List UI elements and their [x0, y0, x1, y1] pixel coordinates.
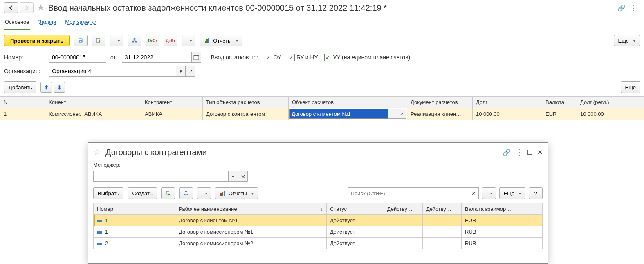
- save-button[interactable]: [74, 35, 88, 46]
- create-button[interactable]: Создать: [128, 187, 157, 199]
- row-marker-icon: [97, 243, 102, 245]
- manager-clear-button[interactable]: ✕: [238, 171, 248, 182]
- move-up-button[interactable]: ⬆: [40, 82, 52, 93]
- popup-print-button[interactable]: [197, 187, 211, 199]
- copy-icon: +: [166, 190, 171, 196]
- move-down-button[interactable]: ⬇: [54, 82, 65, 93]
- table-row[interactable]: 1 Договор с комиссионером №1 Действует R…: [94, 226, 543, 238]
- col-client[interactable]: Клиент: [45, 97, 141, 108]
- search-menu-button[interactable]: [482, 187, 496, 199]
- arrow-up-icon: ⬆: [44, 84, 49, 90]
- svg-rect-6: [134, 38, 136, 40]
- tab-notes[interactable]: Мои заметки: [64, 16, 97, 30]
- balances-by-label: Ввод остатков по:: [211, 54, 258, 61]
- calendar-button[interactable]: [191, 52, 201, 63]
- table-more-button[interactable]: Еще: [621, 81, 640, 93]
- page-title: Ввод начальных остатков задолженности кл…: [48, 3, 387, 13]
- tab-main[interactable]: Основное: [4, 16, 30, 30]
- link-icon[interactable]: 🔗: [617, 4, 626, 12]
- cell-obj[interactable]: … ↗: [289, 108, 407, 120]
- popup-reports-button[interactable]: Отчеты: [215, 187, 258, 199]
- tab-tasks[interactable]: Задачи: [38, 16, 57, 30]
- org-field[interactable]: [49, 66, 176, 77]
- col-debt[interactable]: Долг: [473, 97, 542, 108]
- col-obj-type[interactable]: Тип объекта расчетов: [203, 97, 289, 108]
- svg-rect-19: [185, 191, 187, 192]
- dtkt-button[interactable]: ДтКт: [164, 35, 177, 46]
- popup-kebab-icon[interactable]: ⋮: [516, 148, 523, 157]
- chk-bu[interactable]: ✓БУ и НУ: [288, 54, 318, 61]
- pcol-valid-to[interactable]: Действу…: [423, 203, 462, 215]
- date-field[interactable]: [122, 52, 191, 63]
- pcol-number[interactable]: Номер: [94, 203, 175, 215]
- manager-dropdown-button[interactable]: ▼: [228, 171, 238, 182]
- tab-notes-link[interactable]: Мои заметки: [65, 19, 96, 25]
- tab-tasks-link[interactable]: Задачи: [38, 19, 56, 25]
- popup-link-icon[interactable]: 🔗: [503, 149, 511, 156]
- favorite-star-icon[interactable]: ★: [37, 2, 45, 13]
- floppy-icon: [78, 37, 83, 44]
- structure-button[interactable]: [128, 35, 141, 46]
- structure-icon: [132, 37, 137, 44]
- col-counterparty[interactable]: Контрагент: [141, 97, 203, 108]
- svg-rect-12: [206, 39, 208, 43]
- obj-open-button[interactable]: ↗: [397, 109, 406, 119]
- col-debt-regl[interactable]: Долг (регл.): [577, 97, 644, 108]
- svg-rect-2: [80, 41, 82, 42]
- cell-debt-regl: 10 000,00: [577, 108, 644, 120]
- from-label: от:: [110, 54, 118, 61]
- search-clear-button[interactable]: ✕: [469, 188, 478, 199]
- copy-button[interactable]: +: [161, 187, 175, 199]
- check-icon: ✓: [265, 54, 272, 61]
- popup-close-icon[interactable]: ✕: [537, 149, 543, 156]
- col-n[interactable]: N: [0, 97, 45, 108]
- add-row-button[interactable]: Добавить: [4, 81, 36, 93]
- popup-structure-button[interactable]: [179, 187, 193, 199]
- structure-icon: [184, 190, 188, 196]
- more-button[interactable]: Еще: [614, 35, 640, 46]
- org-open-button[interactable]: ↗: [186, 66, 195, 77]
- org-dropdown-button[interactable]: ▼: [176, 66, 186, 77]
- arrow-right-icon: [23, 5, 30, 11]
- popup-more-button[interactable]: Еще: [499, 187, 525, 199]
- create-based-on-button[interactable]: [110, 35, 123, 46]
- pcol-currency[interactable]: Валюта взаимор…: [462, 203, 543, 215]
- cell-doc: Реализация клиен…: [407, 108, 473, 120]
- svg-text:+: +: [168, 194, 169, 196]
- print-button[interactable]: [182, 35, 195, 46]
- obj-input[interactable]: [289, 109, 388, 119]
- popup-maximize-icon[interactable]: [527, 150, 532, 155]
- help-button[interactable]: ?: [529, 187, 543, 199]
- pcol-status[interactable]: Статус: [327, 203, 384, 215]
- post-and-close-button[interactable]: Провести и закрыть: [4, 35, 70, 46]
- arrow-down-icon: ⬇: [57, 84, 62, 90]
- search-input[interactable]: [348, 188, 469, 199]
- popup-favorite-icon[interactable]: ☆: [93, 147, 101, 158]
- chk-ou[interactable]: ✓ОУ: [265, 54, 281, 61]
- number-field[interactable]: [49, 52, 106, 63]
- col-doc[interactable]: Документ расчетов: [407, 97, 473, 108]
- obj-select-button[interactable]: …: [388, 109, 397, 119]
- drcr-button[interactable]: DrCr: [146, 35, 159, 46]
- nav-forward-button[interactable]: [20, 2, 34, 13]
- open-icon: ↗: [399, 111, 403, 117]
- table-row[interactable]: 2 Договор с комиссионером №2 Действует R…: [94, 238, 543, 249]
- number-label: Номер:: [4, 54, 45, 61]
- col-obj[interactable]: Объект расчетов: [289, 97, 407, 108]
- post-button[interactable]: [92, 35, 105, 46]
- reports-button[interactable]: Отчеты: [200, 35, 242, 46]
- pcol-valid-from[interactable]: Действу…: [384, 203, 423, 215]
- table-row[interactable]: 1 Комиссионер_АВИКА АВИКА Договор с конт…: [0, 108, 644, 120]
- arrow-left-icon: [8, 5, 14, 11]
- table-row[interactable]: 1 Договор с клиентом №1 Действует EUR: [94, 215, 543, 226]
- nav-back-button[interactable]: [4, 2, 18, 13]
- cell-n: 1: [0, 108, 45, 120]
- kebab-menu-icon[interactable]: ⋮: [630, 3, 637, 12]
- pcol-name[interactable]: Рабочее наименование↓: [175, 203, 327, 215]
- select-button[interactable]: Выбрать: [93, 187, 123, 199]
- row-marker-icon: [97, 220, 102, 222]
- manager-field[interactable]: [93, 171, 228, 182]
- chk-uu[interactable]: ✓УУ (на едином плане счетов): [324, 54, 410, 61]
- cell-obj-type: Договор с контрагентом: [203, 108, 289, 120]
- col-currency[interactable]: Валюта: [542, 97, 577, 108]
